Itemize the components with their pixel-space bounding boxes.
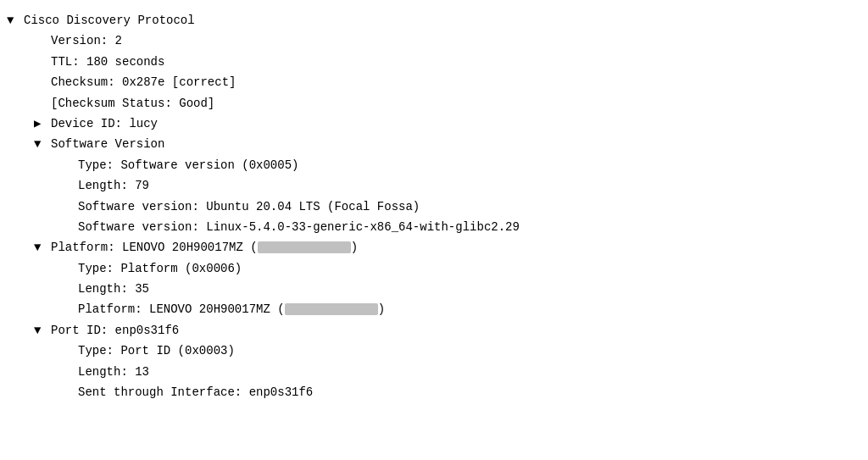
tree-item-platform-type: Type: Platform (0x0006) [0, 258, 868, 279]
item-text-version: Version: 2 [51, 31, 122, 50]
item-text-platform-value: Platform: LENOVO 20H90017MZ ( ) [78, 300, 385, 319]
tree-item-port-interface: Sent through Interface: enp0s31f6 [0, 382, 868, 402]
item-text-sw-version-1: Software version: Ubuntu 20.04 LTS (Foca… [78, 197, 420, 216]
item-text-sw-version-2: Software version: Linux-5.4.0-33-generic… [78, 218, 520, 236]
tree-item-sw-length: Length: 79 [0, 175, 868, 196]
tree-item-port-length: Length: 13 [0, 362, 868, 382]
item-text-platform-type: Type: Platform (0x0006) [78, 259, 242, 278]
item-text-port-length: Length: 13 [78, 363, 149, 381]
toggle-icon-software-version[interactable]: ▼ [34, 135, 47, 153]
tree-item-checksum-status: [Checksum Status: Good] [0, 93, 868, 114]
item-text-port-type: Type: Port ID (0x0003) [78, 341, 235, 360]
tree-item-software-version[interactable]: ▼Software Version [0, 134, 868, 154]
text-after-platform: ) [351, 241, 358, 254]
tree-item-checksum: Checksum: 0x287e [correct] [0, 72, 868, 92]
item-text-sw-type: Type: Software version (0x0005) [78, 156, 298, 175]
toggle-icon-device-id[interactable]: ▶ [34, 114, 47, 133]
tree-item-platform[interactable]: ▼Platform: LENOVO 20H90017MZ ( ) [0, 237, 868, 258]
blurred-content-platform-value [285, 303, 378, 315]
tree-item-version: Version: 2 [0, 30, 868, 51]
tree-item-device-id[interactable]: ▶Device ID: lucy [0, 114, 868, 134]
item-text-platform-length: Length: 35 [78, 280, 149, 298]
root-node[interactable]: ▼ Cisco Discovery Protocol [0, 10, 868, 30]
item-text-port-interface: Sent through Interface: enp0s31f6 [78, 383, 313, 402]
tree-item-port-id[interactable]: ▼Port ID: enp0s31f6 [0, 320, 868, 341]
packet-tree: ▼ Cisco Discovery Protocol Version: 2TTL… [0, 7, 868, 406]
root-label: Cisco Discovery Protocol [24, 11, 195, 30]
tree-item-port-type: Type: Port ID (0x0003) [0, 341, 868, 361]
root-toggle-icon[interactable]: ▼ [7, 11, 20, 30]
item-text-software-version: Software Version [51, 135, 164, 153]
item-text-platform: Platform: LENOVO 20H90017MZ ( ) [51, 238, 358, 257]
item-text-device-id: Device ID: lucy [51, 114, 158, 133]
tree-item-ttl: TTL: 180 seconds [0, 52, 868, 72]
item-text-port-id: Port ID: enp0s31f6 [51, 321, 179, 340]
toggle-icon-platform[interactable]: ▼ [34, 238, 47, 257]
tree-item-sw-version-2: Software version: Linux-5.4.0-33-generic… [0, 217, 868, 237]
tree-item-platform-length: Length: 35 [0, 279, 868, 299]
item-text-checksum-status: [Checksum Status: Good] [51, 94, 214, 113]
item-text-checksum: Checksum: 0x287e [correct] [51, 73, 236, 91]
tree-item-platform-value: Platform: LENOVO 20H90017MZ ( ) [0, 299, 868, 319]
tree-item-sw-type: Type: Software version (0x0005) [0, 155, 868, 175]
tree-item-sw-version-1: Software version: Ubuntu 20.04 LTS (Foca… [0, 197, 868, 217]
item-text-sw-length: Length: 79 [78, 176, 149, 195]
text-after-platform-value: ) [378, 302, 385, 316]
item-text-ttl: TTL: 180 seconds [51, 53, 164, 71]
toggle-icon-port-id[interactable]: ▼ [34, 321, 47, 340]
blurred-content-platform [258, 241, 351, 253]
tree-items-container: Version: 2TTL: 180 secondsChecksum: 0x28… [0, 30, 868, 402]
